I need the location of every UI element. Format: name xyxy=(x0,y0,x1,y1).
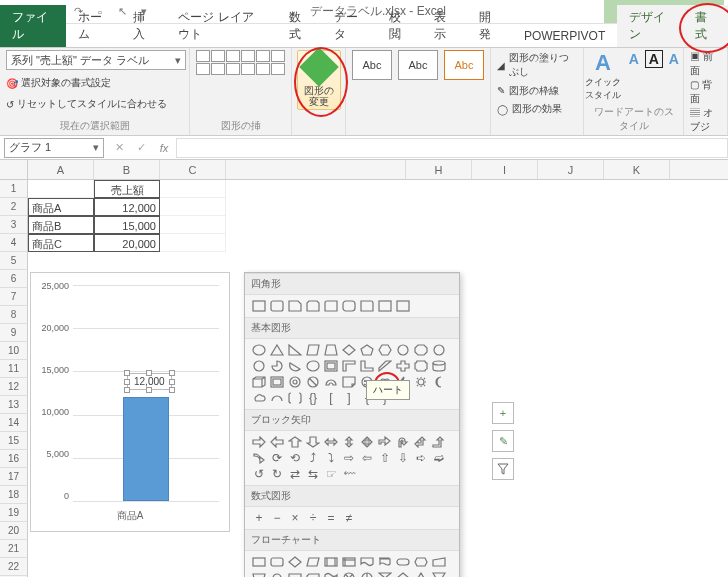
shape-outline-button[interactable]: ✎図形の枠線 xyxy=(497,83,577,99)
row-6[interactable]: 6 xyxy=(0,270,28,288)
shape-arc[interactable] xyxy=(269,391,285,405)
shape-diamond[interactable] xyxy=(341,343,357,357)
cell-C2[interactable] xyxy=(160,198,226,216)
shape-fc-document[interactable] xyxy=(359,555,375,569)
send-back-button[interactable]: ▢ 背面 xyxy=(690,78,721,106)
shape-fc-connector[interactable] xyxy=(269,571,285,577)
shape-uturn-arrow[interactable] xyxy=(395,435,411,449)
shape-arrow21[interactable]: ➪ xyxy=(413,451,429,465)
cell-A4[interactable]: 商品C xyxy=(28,234,94,252)
shape-half-frame[interactable] xyxy=(341,359,357,373)
tab-formulas[interactable]: 数式 xyxy=(277,5,322,47)
shape-fc-preparation[interactable] xyxy=(413,555,429,569)
cancel-icon[interactable]: ✕ xyxy=(108,141,130,154)
shape-teardrop[interactable] xyxy=(305,359,321,373)
tab-pagelayout[interactable]: ページ レイアウト xyxy=(166,5,277,47)
shape-octagon[interactable] xyxy=(413,343,429,357)
shape-up-down-arrow[interactable] xyxy=(341,435,357,449)
shape-fc-summing[interactable] xyxy=(341,571,357,577)
reset-style-button[interactable]: ↺リセットしてスタイルに合わせる xyxy=(6,96,183,112)
shape-not-equal[interactable]: ≠ xyxy=(341,511,357,525)
shape-plaque[interactable] xyxy=(413,359,429,373)
row-17[interactable]: 17 xyxy=(0,468,28,486)
shape-rounded-rectangle[interactable] xyxy=(269,299,285,313)
handle-e[interactable] xyxy=(169,379,175,385)
shape-fc-offpage[interactable] xyxy=(287,571,303,577)
shape-left-up-arrow[interactable] xyxy=(413,435,429,449)
shape-oval[interactable] xyxy=(251,343,267,357)
row-18[interactable]: 18 xyxy=(0,486,28,504)
chart-styles-button[interactable]: ✎ xyxy=(492,430,514,452)
handle-w[interactable] xyxy=(124,379,130,385)
tab-developer[interactable]: 開発 xyxy=(467,5,512,47)
formula-input[interactable] xyxy=(176,138,728,158)
shape-rectangle[interactable] xyxy=(251,299,267,313)
shape-parallelogram[interactable] xyxy=(305,343,321,357)
cell-C4[interactable] xyxy=(160,234,226,252)
shape-minus[interactable]: − xyxy=(269,511,285,525)
shape-fc-internal-storage[interactable] xyxy=(341,555,357,569)
shape-cross[interactable] xyxy=(395,359,411,373)
handle-nw[interactable] xyxy=(124,370,130,376)
shape-cloud[interactable] xyxy=(251,391,267,405)
shape-arrow18[interactable]: ⇦ xyxy=(359,451,375,465)
shape-arrow24[interactable]: ↻ xyxy=(269,467,285,481)
shape-rect9[interactable] xyxy=(395,299,411,313)
shape-arrow27[interactable]: ☞ xyxy=(323,467,339,481)
row-10[interactable]: 10 xyxy=(0,342,28,360)
shape-frame[interactable] xyxy=(323,359,339,373)
shape-rect8[interactable] xyxy=(377,299,393,313)
shape-snip-round-rect[interactable] xyxy=(323,299,339,313)
shape-left-bracket[interactable]: [ xyxy=(323,391,339,405)
shape-arrow15[interactable]: ⤴ xyxy=(305,451,321,465)
fx-icon[interactable]: fx xyxy=(152,142,176,154)
tab-view[interactable]: 表示 xyxy=(422,5,467,47)
shape-chord[interactable] xyxy=(287,359,303,373)
shape-double-brace[interactable]: {} xyxy=(305,391,321,405)
tab-data[interactable]: データ xyxy=(322,5,377,47)
handle-s[interactable] xyxy=(146,387,152,393)
handle-se[interactable] xyxy=(169,387,175,393)
shape-arrow22[interactable]: ➫ xyxy=(431,451,447,465)
select-all-corner[interactable] xyxy=(0,160,28,179)
shape-left-arrow[interactable] xyxy=(269,435,285,449)
shape-snip-rect[interactable] xyxy=(287,299,303,313)
cell-A1[interactable] xyxy=(28,180,94,198)
col-I[interactable]: I xyxy=(472,160,538,179)
shape-arrow16[interactable]: ⤵ xyxy=(323,451,339,465)
row-16[interactable]: 16 xyxy=(0,450,28,468)
chart-bar-0[interactable] xyxy=(123,397,169,501)
shape-effects-button[interactable]: ◯図形の効果 xyxy=(497,101,577,117)
row-4[interactable]: 4 xyxy=(0,234,28,252)
shape-cube[interactable] xyxy=(251,375,267,389)
shape-fc-process[interactable] xyxy=(251,555,267,569)
row-14[interactable]: 14 xyxy=(0,414,28,432)
shape-fc-predefined[interactable] xyxy=(323,555,339,569)
tab-home[interactable]: ホーム xyxy=(66,5,121,47)
shape-fc-extract[interactable] xyxy=(413,571,429,577)
row-2[interactable]: 2 xyxy=(0,198,28,216)
shape-up-arrow[interactable] xyxy=(287,435,303,449)
shape-arrow17[interactable]: ⇨ xyxy=(341,451,357,465)
cell-B1[interactable]: 売上額 xyxy=(94,180,160,198)
shape-multiply[interactable]: × xyxy=(287,511,303,525)
row-22[interactable]: 22 xyxy=(0,558,28,576)
shape-style-2[interactable]: Abc xyxy=(398,50,438,80)
col-J[interactable]: J xyxy=(538,160,604,179)
enter-icon[interactable]: ✓ xyxy=(130,141,152,154)
row-9[interactable]: 9 xyxy=(0,324,28,342)
change-shape-button[interactable]: 図形の 変更 xyxy=(297,50,341,110)
col-B[interactable]: B xyxy=(94,160,160,179)
chart-elements-button[interactable]: + xyxy=(492,402,514,424)
shape-triangle[interactable] xyxy=(269,343,285,357)
shape-hexagon[interactable] xyxy=(377,343,393,357)
quick-style-button[interactable]: A クイック スタイル xyxy=(585,50,621,102)
shape-donut[interactable] xyxy=(287,375,303,389)
shape-left-right-arrow[interactable] xyxy=(323,435,339,449)
row-11[interactable]: 11 xyxy=(0,360,28,378)
shape-decagon[interactable] xyxy=(431,343,447,357)
shape-double-bracket[interactable] xyxy=(287,391,303,405)
shape-fc-tape[interactable] xyxy=(323,571,339,577)
shape-equal[interactable]: = xyxy=(323,511,339,525)
shape-fc-or[interactable] xyxy=(359,571,375,577)
